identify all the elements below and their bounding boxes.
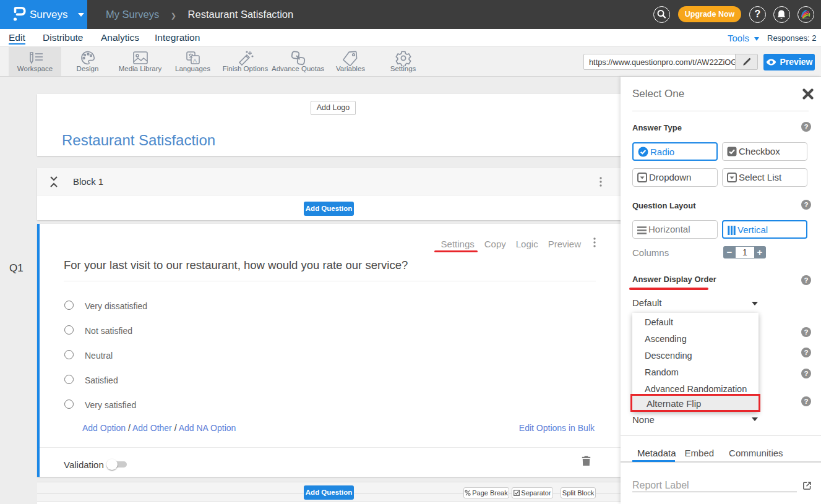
- svg-text:A: A: [193, 58, 197, 64]
